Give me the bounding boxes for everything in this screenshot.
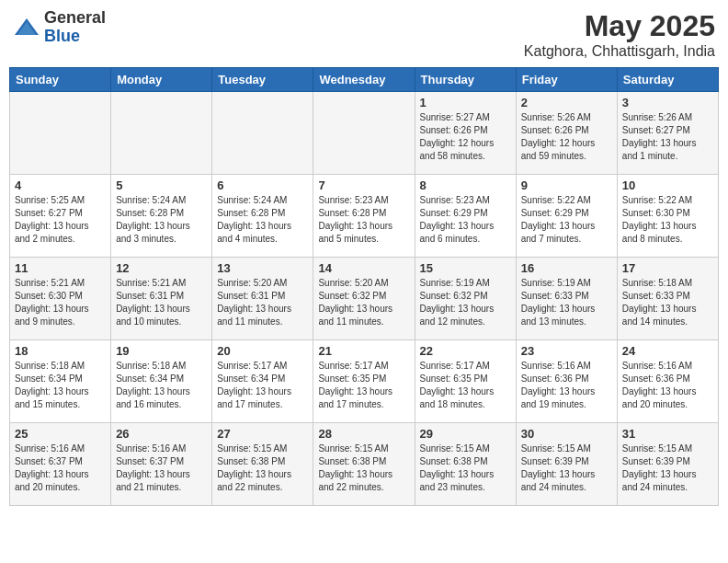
calendar-table: SundayMondayTuesdayWednesdayThursdayFrid… bbox=[9, 67, 719, 506]
day-number: 4 bbox=[15, 178, 106, 192]
day-info: Sunrise: 5:21 AM Sunset: 6:31 PM Dayligh… bbox=[116, 277, 207, 328]
day-info: Sunrise: 5:18 AM Sunset: 6:33 PM Dayligh… bbox=[622, 277, 713, 328]
calendar-cell: 23Sunrise: 5:16 AM Sunset: 6:36 PM Dayli… bbox=[516, 340, 617, 423]
calendar-cell: 24Sunrise: 5:16 AM Sunset: 6:36 PM Dayli… bbox=[617, 340, 718, 423]
day-number: 20 bbox=[217, 344, 308, 358]
calendar-cell bbox=[313, 92, 415, 175]
day-number: 2 bbox=[521, 96, 612, 109]
day-info: Sunrise: 5:27 AM Sunset: 6:26 PM Dayligh… bbox=[420, 111, 511, 163]
day-info: Sunrise: 5:15 AM Sunset: 6:38 PM Dayligh… bbox=[318, 442, 409, 494]
calendar-cell: 2Sunrise: 5:26 AM Sunset: 6:26 PM Daylig… bbox=[516, 92, 617, 175]
weekday-header: Saturday bbox=[617, 68, 718, 92]
weekday-header: Tuesday bbox=[212, 68, 313, 92]
calendar-cell: 17Sunrise: 5:18 AM Sunset: 6:33 PM Dayli… bbox=[617, 258, 718, 340]
day-number: 12 bbox=[116, 261, 207, 275]
day-info: Sunrise: 5:18 AM Sunset: 6:34 PM Dayligh… bbox=[15, 360, 106, 411]
calendar-week-row: 18Sunrise: 5:18 AM Sunset: 6:34 PM Dayli… bbox=[10, 340, 719, 423]
title-area: May 2025 Katghora, Chhattisgarh, India bbox=[524, 9, 715, 60]
calendar-cell: 12Sunrise: 5:21 AM Sunset: 6:31 PM Dayli… bbox=[111, 258, 212, 340]
month-title: May 2025 bbox=[524, 9, 715, 43]
day-number: 10 bbox=[622, 178, 713, 192]
calendar-cell: 15Sunrise: 5:19 AM Sunset: 6:32 PM Dayli… bbox=[415, 258, 516, 340]
calendar-cell: 30Sunrise: 5:15 AM Sunset: 6:39 PM Dayli… bbox=[516, 423, 617, 506]
day-number: 1 bbox=[420, 96, 511, 109]
day-number: 24 bbox=[622, 344, 713, 358]
day-number: 17 bbox=[622, 261, 713, 275]
calendar-week-row: 11Sunrise: 5:21 AM Sunset: 6:30 PM Dayli… bbox=[10, 258, 719, 340]
calendar-week-row: 1Sunrise: 5:27 AM Sunset: 6:26 PM Daylig… bbox=[10, 92, 719, 175]
weekday-header: Monday bbox=[111, 68, 212, 92]
day-info: Sunrise: 5:16 AM Sunset: 6:36 PM Dayligh… bbox=[521, 360, 612, 411]
day-info: Sunrise: 5:20 AM Sunset: 6:31 PM Dayligh… bbox=[217, 277, 308, 328]
day-number: 25 bbox=[15, 427, 106, 441]
calendar-week-row: 25Sunrise: 5:16 AM Sunset: 6:37 PM Dayli… bbox=[10, 423, 719, 506]
day-number: 14 bbox=[318, 261, 409, 275]
day-info: Sunrise: 5:23 AM Sunset: 6:29 PM Dayligh… bbox=[420, 194, 511, 246]
calendar-cell: 19Sunrise: 5:18 AM Sunset: 6:34 PM Dayli… bbox=[111, 340, 212, 423]
day-info: Sunrise: 5:15 AM Sunset: 6:39 PM Dayligh… bbox=[521, 442, 612, 494]
calendar-cell: 1Sunrise: 5:27 AM Sunset: 6:26 PM Daylig… bbox=[415, 92, 516, 175]
day-info: Sunrise: 5:25 AM Sunset: 6:27 PM Dayligh… bbox=[15, 194, 106, 246]
day-info: Sunrise: 5:18 AM Sunset: 6:34 PM Dayligh… bbox=[116, 360, 207, 411]
day-number: 15 bbox=[420, 261, 511, 275]
day-info: Sunrise: 5:17 AM Sunset: 6:35 PM Dayligh… bbox=[318, 360, 409, 411]
day-number: 29 bbox=[420, 427, 511, 441]
calendar-cell: 6Sunrise: 5:24 AM Sunset: 6:28 PM Daylig… bbox=[212, 175, 313, 258]
calendar-cell: 7Sunrise: 5:23 AM Sunset: 6:28 PM Daylig… bbox=[313, 175, 415, 258]
location-title: Katghora, Chhattisgarh, India bbox=[524, 43, 715, 60]
day-number: 16 bbox=[521, 261, 612, 275]
weekday-header: Wednesday bbox=[313, 68, 415, 92]
calendar-cell bbox=[10, 92, 111, 175]
day-info: Sunrise: 5:21 AM Sunset: 6:30 PM Dayligh… bbox=[15, 277, 106, 328]
calendar-cell: 16Sunrise: 5:19 AM Sunset: 6:33 PM Dayli… bbox=[516, 258, 617, 340]
calendar-cell: 26Sunrise: 5:16 AM Sunset: 6:37 PM Dayli… bbox=[111, 423, 212, 506]
day-number: 26 bbox=[116, 427, 207, 441]
day-number: 30 bbox=[521, 427, 612, 441]
logo-blue-text: Blue bbox=[44, 27, 80, 45]
logo-icon bbox=[13, 17, 40, 39]
day-info: Sunrise: 5:15 AM Sunset: 6:38 PM Dayligh… bbox=[420, 442, 511, 494]
logo-general-text: General bbox=[44, 8, 106, 27]
calendar-cell: 8Sunrise: 5:23 AM Sunset: 6:29 PM Daylig… bbox=[415, 175, 516, 258]
calendar-cell: 14Sunrise: 5:20 AM Sunset: 6:32 PM Dayli… bbox=[313, 258, 415, 340]
calendar-cell: 9Sunrise: 5:22 AM Sunset: 6:29 PM Daylig… bbox=[516, 175, 617, 258]
day-info: Sunrise: 5:16 AM Sunset: 6:37 PM Dayligh… bbox=[116, 442, 207, 494]
calendar-cell: 21Sunrise: 5:17 AM Sunset: 6:35 PM Dayli… bbox=[313, 340, 415, 423]
calendar-week-row: 4Sunrise: 5:25 AM Sunset: 6:27 PM Daylig… bbox=[10, 175, 719, 258]
day-info: Sunrise: 5:16 AM Sunset: 6:36 PM Dayligh… bbox=[622, 360, 713, 411]
day-info: Sunrise: 5:17 AM Sunset: 6:34 PM Dayligh… bbox=[217, 360, 308, 411]
calendar-cell: 29Sunrise: 5:15 AM Sunset: 6:38 PM Dayli… bbox=[415, 423, 516, 506]
weekday-header: Sunday bbox=[10, 68, 111, 92]
day-info: Sunrise: 5:15 AM Sunset: 6:38 PM Dayligh… bbox=[217, 442, 308, 494]
day-info: Sunrise: 5:22 AM Sunset: 6:29 PM Dayligh… bbox=[521, 194, 612, 246]
day-info: Sunrise: 5:22 AM Sunset: 6:30 PM Dayligh… bbox=[622, 194, 713, 246]
day-number: 23 bbox=[521, 344, 612, 358]
day-number: 22 bbox=[420, 344, 511, 358]
day-number: 5 bbox=[116, 178, 207, 192]
calendar-cell: 27Sunrise: 5:15 AM Sunset: 6:38 PM Dayli… bbox=[212, 423, 313, 506]
day-info: Sunrise: 5:26 AM Sunset: 6:26 PM Dayligh… bbox=[521, 111, 612, 163]
calendar-cell: 28Sunrise: 5:15 AM Sunset: 6:38 PM Dayli… bbox=[313, 423, 415, 506]
header: General Blue May 2025 Katghora, Chhattis… bbox=[9, 9, 719, 60]
day-info: Sunrise: 5:23 AM Sunset: 6:28 PM Dayligh… bbox=[318, 194, 409, 246]
day-info: Sunrise: 5:26 AM Sunset: 6:27 PM Dayligh… bbox=[622, 111, 713, 163]
calendar-cell: 3Sunrise: 5:26 AM Sunset: 6:27 PM Daylig… bbox=[617, 92, 718, 175]
day-number: 31 bbox=[622, 427, 713, 441]
calendar-cell: 18Sunrise: 5:18 AM Sunset: 6:34 PM Dayli… bbox=[10, 340, 111, 423]
day-info: Sunrise: 5:19 AM Sunset: 6:32 PM Dayligh… bbox=[420, 277, 511, 328]
calendar-cell bbox=[111, 92, 212, 175]
calendar-header-row: SundayMondayTuesdayWednesdayThursdayFrid… bbox=[10, 68, 719, 92]
calendar-cell: 4Sunrise: 5:25 AM Sunset: 6:27 PM Daylig… bbox=[10, 175, 111, 258]
day-info: Sunrise: 5:20 AM Sunset: 6:32 PM Dayligh… bbox=[318, 277, 409, 328]
day-info: Sunrise: 5:15 AM Sunset: 6:39 PM Dayligh… bbox=[622, 442, 713, 494]
day-number: 3 bbox=[622, 96, 713, 109]
calendar-cell: 5Sunrise: 5:24 AM Sunset: 6:28 PM Daylig… bbox=[111, 175, 212, 258]
calendar-cell: 22Sunrise: 5:17 AM Sunset: 6:35 PM Dayli… bbox=[415, 340, 516, 423]
day-number: 7 bbox=[318, 178, 409, 192]
day-number: 27 bbox=[217, 427, 308, 441]
calendar-cell: 31Sunrise: 5:15 AM Sunset: 6:39 PM Dayli… bbox=[617, 423, 718, 506]
day-number: 28 bbox=[318, 427, 409, 441]
calendar-cell: 20Sunrise: 5:17 AM Sunset: 6:34 PM Dayli… bbox=[212, 340, 313, 423]
day-number: 8 bbox=[420, 178, 511, 192]
day-info: Sunrise: 5:24 AM Sunset: 6:28 PM Dayligh… bbox=[217, 194, 308, 246]
